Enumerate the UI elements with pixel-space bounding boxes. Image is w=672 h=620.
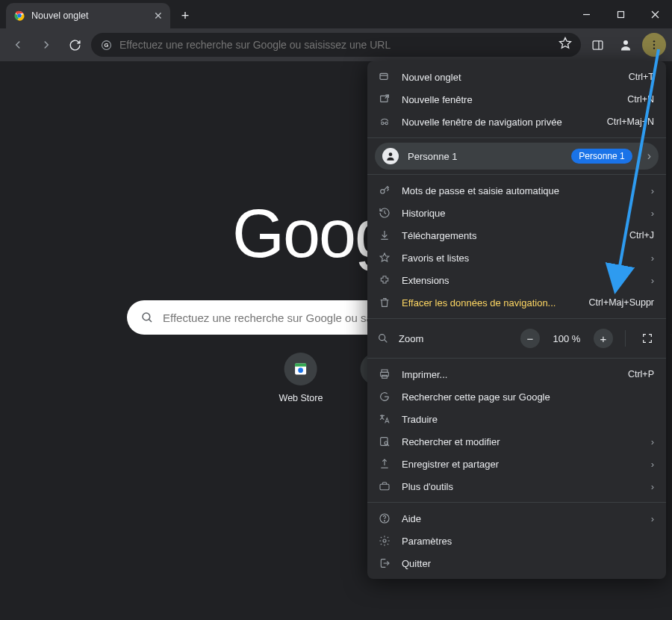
menu-shortcut: Ctrl+Maj+N — [607, 117, 654, 127]
new-tab-icon — [378, 71, 391, 83]
menu-item-bookmarks[interactable]: Favoris et listes › — [367, 247, 666, 269]
tab-close-icon[interactable]: ✕ — [154, 10, 163, 22]
forward-button[interactable] — [34, 33, 58, 57]
menu-label: Rechercher et modifier — [402, 436, 641, 447]
new-tab-button[interactable]: + — [175, 5, 196, 26]
chevron-right-icon: › — [651, 459, 654, 470]
menu-item-new-tab[interactable]: Nouvel onglet Ctrl+T — [367, 66, 666, 88]
menu-item-translate[interactable]: Traduire — [367, 408, 666, 430]
svg-point-17 — [299, 368, 304, 373]
browser-toolbar: G — [0, 28, 672, 61]
omnibox[interactable]: G — [91, 33, 581, 57]
zoom-in-button[interactable]: + — [594, 329, 613, 348]
translate-icon — [378, 413, 391, 425]
menu-shortcut: Ctrl+P — [628, 369, 654, 379]
svg-point-12 — [653, 44, 655, 46]
shortcut-web-store[interactable]: Web Store — [279, 353, 323, 403]
svg-rect-21 — [380, 73, 388, 79]
download-icon — [378, 229, 391, 241]
menu-item-clear-browsing-data[interactable]: Effacer les données de navigation... Ctr… — [367, 291, 666, 314]
chevron-right-icon: › — [651, 513, 654, 524]
svg-point-25 — [385, 122, 388, 124]
menu-item-history[interactable]: Historique › — [367, 202, 666, 224]
profile-name: Personne 1 — [408, 151, 562, 162]
close-button[interactable] — [638, 0, 672, 28]
svg-point-35 — [385, 441, 388, 444]
chrome-favicon — [13, 10, 25, 22]
chevron-right-icon: › — [651, 208, 654, 219]
menu-label: Enregistrer et partager — [402, 459, 641, 470]
extensions-icon — [378, 274, 391, 286]
find-icon — [378, 435, 391, 447]
menu-item-exit[interactable]: Quitter — [367, 552, 666, 574]
profile-badge: Personne 1 — [571, 149, 632, 164]
chevron-right-icon: › — [651, 436, 654, 447]
menu-item-help[interactable]: Aide › — [367, 507, 666, 530]
google-g-icon — [378, 391, 391, 403]
web-store-tile-icon — [284, 353, 317, 385]
zoom-label: Zoom — [399, 333, 511, 344]
exit-icon — [378, 557, 391, 569]
incognito-icon — [378, 116, 391, 128]
svg-point-24 — [382, 122, 384, 124]
menu-item-new-window[interactable]: Nouvelle fenêtre Ctrl+N — [367, 88, 666, 111]
chevron-right-icon: › — [651, 252, 654, 264]
menu-item-settings[interactable]: Paramètres — [367, 530, 666, 552]
profile-avatar-icon — [382, 148, 399, 164]
menu-label: Paramètres — [402, 536, 654, 547]
print-icon — [378, 368, 391, 380]
svg-point-28 — [381, 190, 385, 193]
menu-label: Nouvelle fenêtre de navigation privée — [402, 117, 597, 128]
menu-item-search-page[interactable]: Rechercher cette page sur Google — [367, 385, 666, 408]
svg-point-13 — [653, 47, 655, 49]
fullscreen-button[interactable] — [638, 329, 657, 348]
bookmark-star-icon[interactable] — [559, 37, 572, 53]
menu-separator — [367, 174, 666, 175]
svg-point-29 — [379, 335, 385, 341]
menu-label: Favoris et listes — [402, 252, 641, 264]
svg-rect-8 — [593, 40, 603, 49]
menu-label: Rechercher cette page sur Google — [402, 391, 654, 403]
svg-point-11 — [653, 40, 655, 42]
omnibox-input[interactable] — [119, 39, 551, 51]
menu-shortcut: Ctrl+Maj+Suppr — [588, 297, 654, 308]
svg-text:G: G — [104, 42, 108, 49]
menu-separator — [367, 358, 666, 359]
menu-shortcut: Ctrl+T — [629, 72, 654, 82]
menu-item-print[interactable]: Imprimer... Ctrl+P — [367, 363, 666, 385]
menu-label: Plus d'outils — [402, 481, 641, 492]
menu-item-new-incognito[interactable]: Nouvelle fenêtre de navigation privée Ct… — [367, 111, 666, 133]
svg-point-27 — [389, 152, 393, 156]
shortcut-label: Web Store — [279, 393, 323, 403]
svg-line-30 — [385, 340, 388, 343]
browser-tab[interactable]: Nouvel onglet ✕ — [6, 3, 170, 28]
menu-item-extensions[interactable]: Extensions › — [367, 269, 666, 291]
zoom-separator — [625, 330, 626, 347]
svg-rect-33 — [382, 375, 388, 378]
help-icon — [378, 512, 391, 524]
reload-button[interactable] — [63, 33, 87, 57]
menu-zoom-row: Zoom − 100 % + — [367, 323, 666, 353]
side-panel-icon[interactable] — [585, 33, 609, 57]
chrome-menu-button[interactable] — [642, 33, 666, 57]
menu-profile-row[interactable]: Personne 1 Personne 1 › — [375, 143, 659, 170]
zoom-out-button[interactable]: − — [520, 329, 540, 348]
minimize-button[interactable] — [569, 0, 603, 28]
menu-item-find-edit[interactable]: Rechercher et modifier › — [367, 430, 666, 453]
menu-label: Mots de passe et saisie automatique — [402, 185, 641, 196]
menu-item-more-tools[interactable]: Plus d'outils › — [367, 475, 666, 497]
search-icon — [140, 311, 154, 324]
new-window-icon — [378, 93, 391, 105]
menu-item-save-share[interactable]: Enregistrer et partager › — [367, 453, 666, 475]
menu-item-passwords[interactable]: Mots de passe et saisie automatique › — [367, 179, 666, 202]
back-button[interactable] — [6, 33, 30, 57]
gear-icon — [378, 535, 391, 547]
history-icon — [378, 207, 391, 219]
profile-avatar-icon[interactable] — [614, 33, 638, 57]
chevron-right-icon: › — [647, 149, 651, 163]
menu-item-downloads[interactable]: Téléchargements Ctrl+J — [367, 224, 666, 247]
svg-rect-3 — [617, 11, 623, 17]
maximize-button[interactable] — [603, 0, 638, 28]
svg-point-1 — [17, 13, 22, 18]
menu-label: Effacer les données de navigation... — [402, 297, 578, 309]
